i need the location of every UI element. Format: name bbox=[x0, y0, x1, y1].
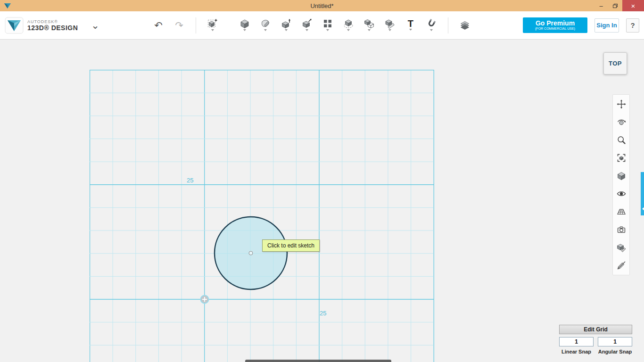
material-tool-button[interactable] bbox=[457, 15, 473, 36]
go-premium-label: Go Premium bbox=[523, 20, 587, 27]
edit-sketch-tooltip: Click to edit sketch bbox=[262, 239, 320, 252]
brand-company: AUTODESK® bbox=[27, 19, 78, 24]
snap-labels: Linear Snap Angular Snap bbox=[559, 349, 632, 354]
grouping-icon bbox=[343, 18, 354, 29]
screenshot-button[interactable] bbox=[615, 224, 627, 235]
expand-arrow-icon bbox=[640, 207, 644, 211]
combine-icon bbox=[364, 18, 374, 29]
grouping-tool-button[interactable] bbox=[340, 15, 356, 36]
text-tool-icon: T bbox=[408, 19, 413, 28]
fit-view-icon bbox=[617, 153, 626, 163]
cube-pencil-icon bbox=[617, 243, 626, 252]
camera-icon bbox=[617, 225, 626, 234]
angular-snap-input[interactable] bbox=[598, 337, 632, 346]
measure-icon bbox=[385, 18, 395, 29]
dropdown-caret bbox=[388, 29, 391, 33]
edit-grid-button[interactable]: Edit Grid bbox=[559, 325, 632, 334]
text-tool-button[interactable]: T bbox=[403, 15, 419, 36]
dropdown-caret bbox=[285, 29, 288, 33]
grid-origin-marker[interactable] bbox=[201, 296, 209, 304]
dropdown-caret bbox=[368, 29, 371, 33]
measure-tool-button[interactable] bbox=[382, 15, 398, 36]
viewport-canvas[interactable]: 2525 Click to edit sketch TOP bbox=[0, 40, 644, 362]
construct-icon bbox=[281, 18, 291, 29]
fit-view-button[interactable] bbox=[615, 152, 627, 164]
svg-text:25: 25 bbox=[320, 310, 326, 317]
perspective-grid-icon bbox=[617, 207, 626, 216]
collapsed-panel-tab[interactable] bbox=[641, 172, 644, 215]
toolbar-separator bbox=[448, 17, 448, 33]
help-button[interactable]: ? bbox=[626, 18, 639, 33]
grid-view-button[interactable] bbox=[615, 206, 627, 217]
construct-tool-button[interactable] bbox=[278, 15, 294, 36]
toolbar-separator bbox=[196, 17, 196, 33]
viewcube-top-button[interactable]: TOP bbox=[603, 52, 627, 74]
dropdown-caret bbox=[326, 29, 329, 33]
sign-in-button[interactable]: Sign In bbox=[594, 18, 619, 33]
pattern-icon bbox=[322, 18, 333, 29]
orbit-icon bbox=[617, 117, 626, 127]
close-button[interactable]: × bbox=[622, 0, 644, 11]
magnifier-icon bbox=[617, 135, 626, 145]
cube-icon bbox=[617, 171, 626, 181]
main-toolbar: AUTODESK® 123D® DESIGN ⌄ ↶ ↷ bbox=[0, 11, 644, 40]
brand: AUTODESK® 123D® DESIGN bbox=[5, 17, 78, 34]
pan-button[interactable] bbox=[615, 99, 627, 110]
pattern-tool-button[interactable] bbox=[320, 15, 336, 36]
eye-icon bbox=[617, 189, 626, 198]
bottom-strip bbox=[245, 360, 391, 362]
dropdown-caret bbox=[347, 29, 350, 33]
magnet-icon bbox=[426, 18, 437, 29]
sketch-tool-button[interactable] bbox=[257, 15, 273, 36]
combine-tool-button[interactable] bbox=[361, 15, 377, 36]
tool-group: ↶ ↷ bbox=[150, 15, 473, 36]
titlebar: Untitled* – × bbox=[0, 0, 644, 11]
zoom-button[interactable] bbox=[615, 134, 627, 146]
logo-icon bbox=[5, 17, 24, 34]
modify-icon bbox=[302, 18, 312, 29]
primitives-cube-icon bbox=[239, 18, 250, 29]
linear-snap-input[interactable] bbox=[559, 337, 594, 346]
window-title: Untitled* bbox=[0, 2, 644, 9]
svg-text:25: 25 bbox=[187, 177, 193, 184]
circle-center-point[interactable] bbox=[249, 251, 253, 255]
orbit-button[interactable] bbox=[615, 116, 627, 128]
snap-inputs bbox=[559, 337, 632, 346]
pencil-slash-icon bbox=[617, 261, 626, 270]
grid-lines bbox=[90, 70, 434, 362]
restore-button[interactable] bbox=[608, 0, 622, 11]
linear-snap-label: Linear Snap bbox=[559, 349, 594, 354]
grid-settings-panel: Edit Grid Linear Snap Angular Snap bbox=[559, 325, 632, 354]
dropdown-caret bbox=[264, 29, 267, 33]
sketch-grid: 2525 bbox=[90, 70, 434, 362]
dropdown-caret bbox=[409, 29, 412, 32]
visibility-button[interactable] bbox=[615, 188, 627, 199]
dropdown-caret bbox=[430, 29, 433, 33]
dropdown-caret bbox=[305, 29, 308, 33]
redo-button[interactable]: ↷ bbox=[171, 15, 187, 36]
main-menu-chevron[interactable]: ⌄ bbox=[91, 20, 99, 30]
view-cube-button[interactable] bbox=[615, 170, 627, 181]
edit-solid-button[interactable] bbox=[615, 242, 627, 253]
brand-product: 123D® DESIGN bbox=[27, 24, 78, 32]
dropdown-caret bbox=[211, 29, 214, 33]
sketch-icon bbox=[260, 18, 271, 29]
snap-tool-button[interactable] bbox=[423, 15, 439, 36]
angular-snap-label: Angular Snap bbox=[598, 349, 632, 354]
account-area: Go Premium (FOR COMMERCIAL USE) Sign In … bbox=[523, 17, 639, 33]
restore-icon bbox=[613, 4, 618, 8]
primitives-tool-button[interactable] bbox=[237, 15, 253, 36]
undo-button[interactable]: ↶ bbox=[150, 15, 166, 36]
navigation-rail bbox=[612, 94, 630, 275]
minimize-button[interactable]: – bbox=[594, 0, 608, 11]
transform-tool-button[interactable] bbox=[205, 15, 221, 36]
window-controls: – × bbox=[594, 0, 644, 11]
go-premium-button[interactable]: Go Premium (FOR COMMERCIAL USE) bbox=[523, 17, 587, 33]
modify-tool-button[interactable] bbox=[299, 15, 315, 36]
dropdown-caret bbox=[243, 29, 246, 33]
material-layers-icon bbox=[460, 20, 470, 31]
brand-text: AUTODESK® 123D® DESIGN bbox=[27, 19, 78, 32]
hide-sketches-button[interactable] bbox=[615, 260, 627, 271]
go-premium-sublabel: (FOR COMMERCIAL USE) bbox=[523, 27, 587, 31]
pan-icon bbox=[617, 99, 626, 109]
